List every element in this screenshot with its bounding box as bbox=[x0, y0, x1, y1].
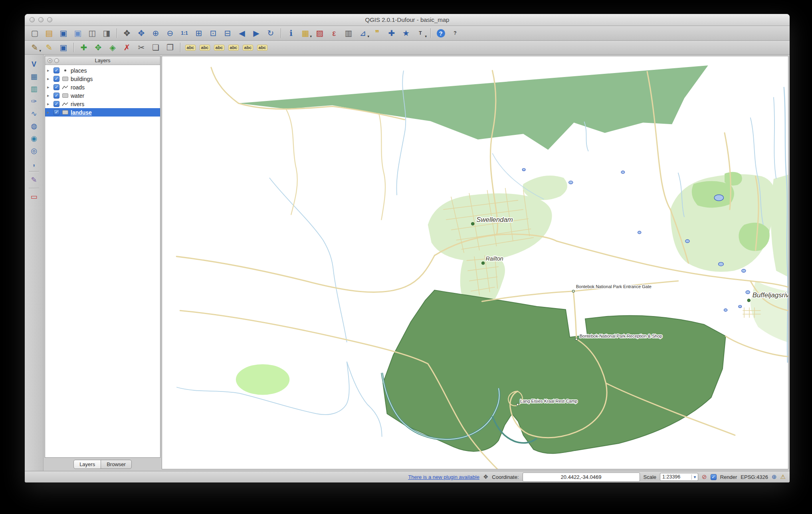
new-bookmark-button[interactable]: ✚ bbox=[385, 27, 398, 39]
current-edits-button[interactable]: ✎▾ bbox=[28, 42, 42, 53]
add-wfs-layer-button[interactable]: ◎ bbox=[28, 144, 40, 157]
expand-arrow-icon[interactable]: ▸ bbox=[47, 101, 51, 107]
new-project-button[interactable]: ▢ bbox=[28, 27, 42, 39]
dropdown-caret-icon: ▾ bbox=[310, 34, 312, 38]
node-tool-icon: ◈ bbox=[109, 43, 115, 51]
map-tips-button[interactable]: ❞ bbox=[370, 27, 384, 39]
add-feature-button[interactable]: ✚ bbox=[77, 42, 91, 53]
layer-row-landuse[interactable]: ▸✓landuse bbox=[45, 108, 160, 117]
refresh-map-button[interactable]: ↻ bbox=[264, 27, 277, 39]
label-show-hide-button[interactable]: abc bbox=[212, 42, 226, 53]
panel-float-icon[interactable] bbox=[54, 58, 59, 63]
identify-features-button[interactable]: ℹ bbox=[284, 27, 298, 39]
zoom-full-button[interactable]: ⊞ bbox=[192, 27, 206, 39]
label-move-button[interactable]: abc bbox=[227, 42, 240, 53]
pan-to-selection-button[interactable]: ✥ bbox=[135, 27, 148, 39]
zoom-to-layer-button[interactable]: ⊟ bbox=[221, 27, 234, 39]
tab-browser[interactable]: Browser bbox=[101, 460, 132, 469]
label-pin-button[interactable]: abc bbox=[198, 42, 212, 53]
layer-visibility-checkbox[interactable]: ✓ bbox=[53, 109, 59, 115]
whats-this-button[interactable]: ? bbox=[448, 27, 462, 39]
layer-row-buildings[interactable]: ▸✓buildings bbox=[45, 75, 160, 83]
remove-layer-button[interactable]: ▭ bbox=[28, 190, 40, 203]
point-symbol-icon bbox=[61, 69, 69, 71]
toolbar-separator bbox=[117, 28, 117, 38]
scale-combo[interactable]: 1:23396 ▾ bbox=[660, 473, 698, 481]
panel-close-icon[interactable]: × bbox=[48, 58, 52, 63]
layer-visibility-checkbox[interactable]: ✓ bbox=[53, 76, 59, 82]
zoom-next-button[interactable]: ▶ bbox=[250, 27, 263, 39]
zoom-in-button[interactable]: ⊕ bbox=[149, 27, 162, 39]
deselect-all-button[interactable]: ▨ bbox=[313, 27, 327, 39]
help-button[interactable]: ? bbox=[434, 27, 448, 39]
add-wcs-layer-icon: ◉ bbox=[31, 135, 37, 142]
add-raster-layer-button[interactable]: ▦ bbox=[28, 70, 40, 83]
stop-render-icon[interactable]: ⊘ bbox=[702, 473, 707, 480]
expand-arrow-icon[interactable]: ▸ bbox=[47, 68, 51, 73]
title-bar[interactable]: QGIS 2.0.1-Dufour - basic_map bbox=[25, 14, 790, 26]
zoom-window-button[interactable] bbox=[47, 17, 52, 22]
save-project-button[interactable]: ▣ bbox=[57, 27, 70, 39]
zoom-last-button[interactable]: ◀ bbox=[235, 27, 249, 39]
select-features-button[interactable]: ▦▾ bbox=[299, 27, 312, 39]
add-wms-layer-button[interactable]: ◍ bbox=[28, 120, 40, 132]
expand-arrow-icon[interactable]: ▸ bbox=[47, 93, 51, 98]
toggle-editing-button[interactable]: ✎ bbox=[42, 42, 56, 53]
layer-row-rivers[interactable]: ▸✓rivers bbox=[45, 100, 160, 108]
minimize-window-button[interactable] bbox=[38, 17, 44, 22]
layer-visibility-checkbox[interactable]: ✓ bbox=[53, 67, 59, 73]
layers-panel-column: × Layers ▸✓places▸✓buildings▸✓roads▸✓wat… bbox=[44, 55, 162, 471]
layer-row-water[interactable]: ▸✓water bbox=[45, 91, 160, 100]
labeling-button[interactable]: abc bbox=[184, 42, 197, 53]
cut-features-button[interactable]: ✂ bbox=[135, 42, 148, 53]
layer-row-roads[interactable]: ▸✓roads bbox=[45, 83, 160, 91]
composer-manager-button[interactable]: ◨ bbox=[100, 27, 113, 39]
add-delimited-text-layer-button[interactable]: , bbox=[28, 157, 40, 169]
plugin-link[interactable]: There is a new plugin available bbox=[408, 474, 479, 480]
copy-features-button[interactable]: ❏ bbox=[149, 42, 162, 53]
save-project-as-icon: ▣ bbox=[74, 29, 82, 37]
new-shapefile-layer-button[interactable]: ✎ bbox=[28, 174, 40, 186]
pan-map-button[interactable]: ✥ bbox=[120, 27, 134, 39]
add-vector-layer-button[interactable]: V bbox=[28, 58, 40, 70]
layer-visibility-checkbox[interactable]: ✓ bbox=[53, 93, 59, 99]
add-mssql-layer-button[interactable]: ∿ bbox=[28, 107, 40, 120]
add-postgis-layer-button[interactable]: ▥ bbox=[28, 83, 40, 95]
delete-selected-button[interactable]: ✗ bbox=[120, 42, 134, 53]
messages-icon[interactable]: ⚠ bbox=[780, 473, 786, 480]
layer-visibility-checkbox[interactable]: ✓ bbox=[53, 84, 59, 90]
plugin-icon[interactable]: ❖ bbox=[483, 473, 488, 480]
zoom-to-selection-button[interactable]: ⊡ bbox=[206, 27, 220, 39]
save-layer-edits-button[interactable]: ▣ bbox=[57, 42, 70, 53]
map-canvas[interactable]: SwellendamRailtonBontebok National Park … bbox=[162, 56, 788, 469]
measure-line-button[interactable]: ⊿▾ bbox=[356, 27, 370, 39]
paste-features-button[interactable]: ❐ bbox=[163, 42, 177, 53]
expand-arrow-icon[interactable]: ▸ bbox=[47, 76, 51, 81]
label-properties-button[interactable]: abc bbox=[255, 42, 269, 53]
add-wcs-layer-button[interactable]: ◉ bbox=[28, 132, 40, 144]
tab-layers[interactable]: Layers bbox=[73, 460, 101, 469]
zoom-out-button[interactable]: ⊖ bbox=[163, 27, 177, 39]
layer-row-places[interactable]: ▸✓places bbox=[45, 66, 160, 75]
node-tool-button[interactable]: ◈ bbox=[106, 42, 119, 53]
move-feature-icon: ✥ bbox=[95, 43, 102, 51]
save-project-as-button[interactable]: ▣ bbox=[71, 27, 85, 39]
expand-arrow-icon[interactable]: ▸ bbox=[47, 110, 51, 115]
label-rotate-button[interactable]: abc bbox=[241, 42, 255, 53]
zoom-native-button[interactable]: 1:1 bbox=[178, 27, 191, 39]
map-graphics: SwellendamRailtonBontebok National Park … bbox=[162, 56, 788, 469]
expand-arrow-icon[interactable]: ▸ bbox=[47, 85, 51, 90]
new-print-composer-button[interactable]: ◫ bbox=[85, 27, 99, 39]
close-window-button[interactable] bbox=[30, 17, 35, 22]
move-feature-button[interactable]: ✥ bbox=[91, 42, 105, 53]
layer-visibility-checkbox[interactable]: ✓ bbox=[53, 101, 59, 107]
show-bookmarks-button[interactable]: ★ bbox=[399, 27, 413, 39]
open-project-button[interactable]: ▤ bbox=[42, 27, 56, 39]
select-by-expression-button[interactable]: ε bbox=[327, 27, 341, 39]
coordinate-input[interactable] bbox=[523, 472, 640, 482]
text-annotation-button[interactable]: T▾ bbox=[414, 27, 427, 39]
add-spatialite-layer-button[interactable]: ✑ bbox=[28, 95, 40, 107]
open-attribute-table-button[interactable]: ▥ bbox=[342, 27, 355, 39]
render-checkbox[interactable]: ✓ bbox=[711, 474, 717, 480]
crs-status-icon[interactable]: ⊕ bbox=[772, 473, 777, 480]
